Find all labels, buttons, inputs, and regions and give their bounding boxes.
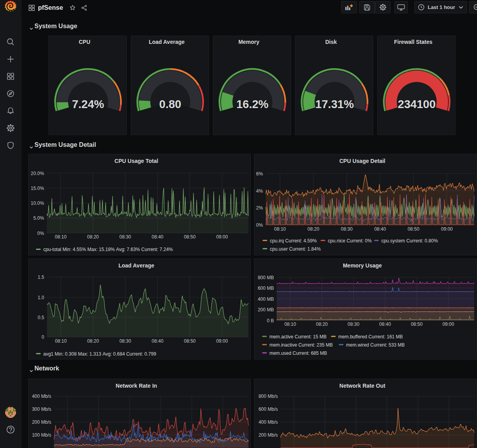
svg-text:CPU Usage Total: CPU Usage Total bbox=[115, 158, 158, 164]
svg-text:08:50: 08:50 bbox=[184, 234, 196, 240]
svg-text:Memory Usage: Memory Usage bbox=[343, 262, 382, 269]
svg-text:09:00: 09:00 bbox=[216, 234, 228, 240]
svg-text:08:40: 08:40 bbox=[151, 234, 163, 240]
svg-text:Network Rate Out: Network Rate Out bbox=[339, 383, 385, 389]
svg-text:09:00: 09:00 bbox=[441, 226, 453, 232]
svg-text:CPU Usage Detail: CPU Usage Detail bbox=[339, 158, 385, 164]
svg-text:mem.buffered Current: 161 MB: mem.buffered Current: 161 MB bbox=[338, 334, 403, 340]
svg-text:08:30: 08:30 bbox=[341, 226, 353, 232]
svg-text:Network Rate In: Network Rate In bbox=[116, 383, 157, 389]
svg-text:cpu-total Min: 4.55% Max: 15.1: cpu-total Min: 4.55% Max: 15.18% Avg: 7.… bbox=[43, 247, 173, 252]
svg-text:100 Mb/s: 100 Mb/s bbox=[32, 432, 51, 438]
svg-text:300 Mb/s: 300 Mb/s bbox=[32, 406, 51, 412]
svg-text:cpu.system Current: 0.80%: cpu.system Current: 0.80% bbox=[381, 238, 438, 244]
svg-text:17.31%: 17.31% bbox=[315, 98, 354, 110]
svg-text:Load Average: Load Average bbox=[119, 262, 155, 269]
svg-text:15.0%: 15.0% bbox=[31, 186, 44, 191]
svg-text:cpu.user Current: 1.84%: cpu.user Current: 1.84% bbox=[270, 246, 321, 252]
svg-text:400 Mb/s: 400 Mb/s bbox=[259, 419, 278, 425]
svg-text:08:30: 08:30 bbox=[119, 234, 131, 240]
svg-text:2%: 2% bbox=[256, 205, 263, 211]
svg-text:08:50: 08:50 bbox=[184, 338, 196, 344]
svg-text:Firewall States: Firewall States bbox=[394, 39, 432, 45]
svg-text:Disk: Disk bbox=[325, 39, 337, 45]
svg-text:mem.used Current: 685 MB: mem.used Current: 685 MB bbox=[269, 350, 327, 356]
svg-text:08:10: 08:10 bbox=[55, 234, 67, 240]
svg-text:5.0%: 5.0% bbox=[33, 215, 44, 221]
svg-text:08:40: 08:40 bbox=[152, 338, 164, 344]
svg-text:08:20: 08:20 bbox=[316, 322, 328, 327]
svg-text:CPU: CPU bbox=[79, 39, 90, 45]
svg-text:0%: 0% bbox=[37, 231, 44, 236]
svg-text:800 Mb/s: 800 Mb/s bbox=[259, 394, 278, 399]
svg-text:mem.inactive Current: 235 MB: mem.inactive Current: 235 MB bbox=[269, 342, 333, 348]
svg-text:08:40: 08:40 bbox=[379, 322, 391, 327]
svg-text:mem.active Current: 15 MB: mem.active Current: 15 MB bbox=[269, 334, 326, 340]
svg-text:0%: 0% bbox=[256, 222, 263, 228]
svg-text:08:20: 08:20 bbox=[87, 338, 99, 344]
svg-text:08:20: 08:20 bbox=[308, 226, 319, 232]
svg-text:Load Average: Load Average bbox=[149, 39, 185, 45]
svg-text:08:30: 08:30 bbox=[347, 322, 359, 327]
svg-text:09:00: 09:00 bbox=[216, 338, 228, 344]
svg-text:cpu.irq Current: 4.59%: cpu.irq Current: 4.59% bbox=[270, 238, 317, 244]
svg-text:6%: 6% bbox=[256, 171, 263, 177]
svg-text:08:50: 08:50 bbox=[408, 226, 419, 232]
svg-text:200 Mb/s: 200 Mb/s bbox=[259, 432, 278, 438]
svg-text:09:00: 09:00 bbox=[443, 322, 454, 327]
svg-text:20.0%: 20.0% bbox=[31, 171, 44, 176]
svg-text:800 MB: 800 MB bbox=[258, 275, 274, 280]
svg-text:cpu.nice Current: 0%: cpu.nice Current: 0% bbox=[328, 238, 372, 244]
svg-text:08:20: 08:20 bbox=[87, 234, 99, 240]
svg-text:16.2%: 16.2% bbox=[236, 98, 268, 110]
svg-text:08:40: 08:40 bbox=[374, 226, 386, 232]
svg-text:0 B: 0 B bbox=[267, 318, 274, 323]
svg-text:400 Mb/s: 400 Mb/s bbox=[32, 394, 51, 399]
svg-text:avg1 Min: 0.308 Max: 1.313 Avg: avg1 Min: 0.308 Max: 1.313 Avg: 0.684 Cu… bbox=[43, 351, 157, 357]
svg-text:08:50: 08:50 bbox=[411, 322, 423, 327]
svg-text:7.24%: 7.24% bbox=[72, 98, 104, 110]
svg-text:1.0: 1.0 bbox=[38, 295, 44, 300]
svg-text:400 MB: 400 MB bbox=[258, 296, 274, 302]
svg-text:08:10: 08:10 bbox=[284, 322, 296, 327]
svg-text:4%: 4% bbox=[256, 188, 263, 194]
svg-text:08:10: 08:10 bbox=[274, 226, 286, 232]
svg-text:200 Mb/s: 200 Mb/s bbox=[32, 419, 51, 425]
svg-text:08:10: 08:10 bbox=[55, 338, 67, 344]
svg-text:200 MB: 200 MB bbox=[258, 307, 274, 313]
svg-text:600 Mb/s: 600 Mb/s bbox=[259, 406, 278, 412]
svg-text:0: 0 bbox=[41, 334, 44, 340]
svg-text:1.5: 1.5 bbox=[38, 275, 44, 280]
svg-text:mem.wired Current: 533 MB: mem.wired Current: 533 MB bbox=[346, 342, 405, 348]
svg-text:600 MB: 600 MB bbox=[258, 285, 274, 291]
svg-text:Memory: Memory bbox=[238, 39, 259, 45]
svg-text:0.80: 0.80 bbox=[159, 98, 181, 110]
svg-text:0.5: 0.5 bbox=[38, 315, 44, 320]
svg-text:10.0%: 10.0% bbox=[31, 201, 44, 206]
svg-text:08:30: 08:30 bbox=[119, 338, 131, 344]
svg-text:234100: 234100 bbox=[398, 98, 436, 110]
